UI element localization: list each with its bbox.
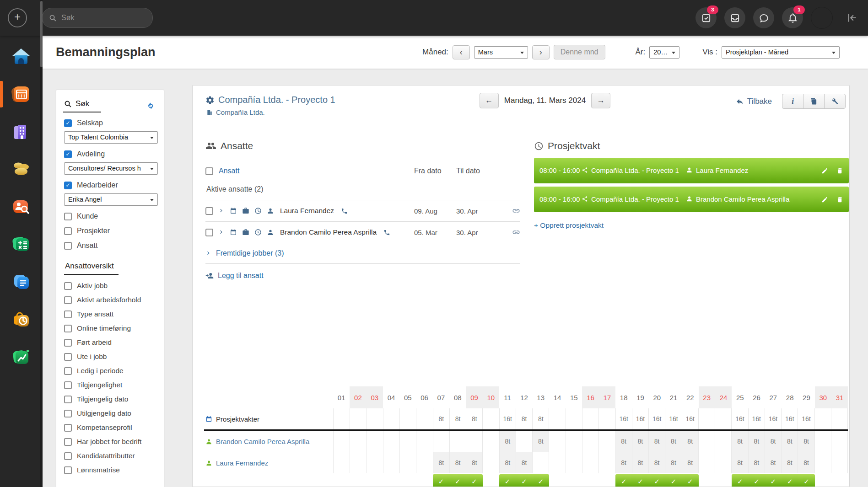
grid-row-label[interactable]: Laura Fernandez [204,452,333,473]
grid-cell-day-17[interactable] [598,431,615,452]
phone-icon[interactable] [341,208,348,214]
grid-cell-day-21[interactable]: 16t [665,408,681,429]
grid-cell-day-10[interactable] [482,452,499,473]
month-select[interactable]: Mars [474,46,528,59]
grid-cell-day-21[interactable]: 8t [665,431,681,452]
collapse-panel-icon[interactable] [846,12,858,24]
add-new-button[interactable]: + [8,8,27,27]
grid-cell-day-1[interactable] [333,431,350,452]
sidebar-item-companies[interactable] [11,122,31,142]
employee-hours-icon[interactable] [254,229,262,236]
chat-button[interactable] [753,7,774,28]
employee-calendar-icon[interactable] [230,207,237,214]
grid-cell-day-31[interactable] [831,408,848,429]
select-all-checkbox[interactable] [205,167,213,175]
grid-cell-day-27[interactable]: 8t [765,452,781,473]
grid-cell-day-14[interactable] [549,452,565,473]
grid-cell-day-23[interactable] [698,408,715,429]
grid-cell-day-5[interactable] [399,408,416,429]
refresh-icon[interactable] [146,102,155,110]
back-link[interactable]: Tilbake [736,97,772,106]
grid-cell-day-25[interactable]: 8t [731,431,748,452]
employee-checkbox[interactable] [205,207,213,215]
grid-cell-day-15[interactable] [566,452,582,473]
grid-cell-day-18[interactable]: 16t [615,408,632,429]
grid-cell-day-27[interactable]: 16t [765,408,781,429]
filter-checkbox-ansatt[interactable] [64,242,72,250]
grid-cell-day-14[interactable] [549,408,565,429]
grid-cell-day-17[interactable] [598,452,615,473]
grid-cell-day-16[interactable] [582,408,598,429]
approved-cell-day-13[interactable]: ✓ [533,474,549,487]
grid-cell-day-4[interactable] [383,452,399,473]
delete-shift-button[interactable] [836,196,843,203]
grid-cell-day-24[interactable] [715,452,731,473]
approved-cell-day-9[interactable]: ✓ [466,474,482,487]
approved-cell-day-20[interactable]: ✓ [649,474,665,487]
filter-checkbox-selskap[interactable]: ✓ [64,119,72,127]
project-title[interactable]: Compañía Ltda. - Proyecto 1 [218,95,335,105]
grid-cell-day-22[interactable]: 8t [682,452,698,473]
sidebar-item-payroll[interactable] [11,159,31,179]
column-header-to[interactable]: Til dato [456,167,498,175]
grid-cell-day-10[interactable] [482,408,499,429]
grid-cell-day-8[interactable]: 8t [449,408,466,429]
create-project-shift-link[interactable]: + Opprett prosjektvakt [534,221,849,230]
grid-cell-day-29[interactable]: 8t [798,452,814,473]
grid-cell-day-3[interactable] [367,431,383,452]
grid-cell-day-28[interactable]: 8t [781,431,798,452]
grid-cell-day-14[interactable] [549,431,565,452]
sidebar-item-candidate-search[interactable] [11,197,31,217]
view-select[interactable]: Prosjektplan - Måned [722,46,840,59]
grid-cell-day-11[interactable]: 8t [499,431,516,452]
grid-cell-day-30[interactable] [814,452,831,473]
grid-cell-day-12[interactable]: 8t [516,408,532,429]
grid-cell-day-24[interactable] [715,408,731,429]
employee-name[interactable]: Brandon Camilo Perea Asprilla [280,228,377,236]
grid-cell-day-18[interactable]: 8t [615,431,632,452]
grid-cell-day-26[interactable]: 16t [748,408,765,429]
next-month-button[interactable]: › [532,45,550,59]
filter-checkbox-avdeling[interactable]: ✓ [64,150,72,158]
overview-checkbox[interactable] [64,410,72,417]
approved-cell-day-19[interactable]: ✓ [632,474,648,487]
filter-checkbox-medarbeider[interactable]: ✓ [64,182,72,189]
grid-cell-day-4[interactable] [383,431,399,452]
future-jobs-toggle[interactable]: Fremtidige jobber (3) [205,243,520,264]
sidebar-item-calculator[interactable] [11,234,31,254]
overview-checkbox[interactable] [64,339,72,347]
grid-row-label[interactable]: Brandon Camilo Perea Asprilla [204,431,333,452]
settings-button[interactable] [824,94,846,109]
employee-link[interactable] [498,207,520,215]
grid-cell-day-4[interactable] [383,408,399,429]
filter-checkbox-kunde[interactable] [64,213,72,220]
filter-select-avdeling[interactable]: Consultores/ Recursos h [64,162,158,175]
employee-checkbox[interactable] [205,229,213,236]
grid-cell-day-6[interactable] [416,408,432,429]
grid-cell-day-20[interactable]: 8t [648,431,665,452]
grid-cell-day-8[interactable] [449,431,466,452]
overview-checkbox[interactable] [64,438,72,446]
grid-cell-day-13[interactable] [532,452,549,473]
grid-cell-day-13[interactable]: 8t [532,408,549,429]
grid-cell-day-13[interactable]: 8t [532,431,549,452]
user-avatar[interactable] [811,7,833,29]
approved-cell-day-28[interactable]: ✓ [782,474,798,487]
approved-cell-day-25[interactable]: ✓ [732,474,748,487]
grid-cell-day-7[interactable]: 8t [433,452,449,473]
approved-cell-day-29[interactable]: ✓ [798,474,814,487]
grid-cell-day-30[interactable] [814,431,831,452]
grid-cell-day-6[interactable] [416,431,432,452]
grid-cell-day-20[interactable]: 8t [648,452,665,473]
grid-cell-day-2[interactable] [350,452,366,473]
overview-checkbox[interactable] [64,466,72,474]
sidebar-item-hours[interactable] [11,309,31,329]
approved-cell-day-18[interactable]: ✓ [615,474,632,487]
expand-employee-icon[interactable] [218,208,225,214]
grid-cell-day-31[interactable] [831,431,848,452]
prev-day-button[interactable]: ← [480,93,499,108]
grid-cell-day-30[interactable] [814,408,831,429]
grid-cell-day-19[interactable]: 8t [632,431,648,452]
grid-cell-day-24[interactable] [715,431,731,452]
employee-link[interactable] [498,228,520,236]
